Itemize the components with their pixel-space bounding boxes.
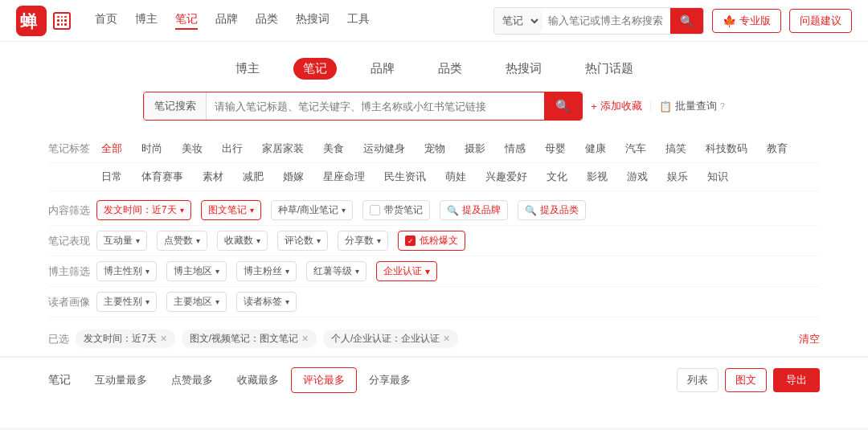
selected-post-time: 发文时间：近7天 ✕ xyxy=(76,330,175,348)
tag-education[interactable]: 教育 xyxy=(762,140,792,158)
enterprise-cert-chip[interactable]: 企业认证 ▾ xyxy=(376,261,437,281)
nav-notes[interactable]: 笔记 xyxy=(175,12,198,30)
blogger-gender-chip[interactable]: 博主性别 ▾ xyxy=(96,261,157,281)
tag-health[interactable]: 健康 xyxy=(580,140,611,158)
post-time-chip[interactable]: 发文时间：近7天 ▾ xyxy=(96,200,191,220)
header-search-type[interactable]: 笔记 xyxy=(494,8,541,34)
tag-material[interactable]: 素材 xyxy=(198,168,228,186)
tag-wedding[interactable]: 婚嫁 xyxy=(278,168,309,186)
tag-tech[interactable]: 科技数码 xyxy=(701,140,752,158)
remove-cert-type[interactable]: ✕ xyxy=(443,334,450,344)
note-type-chip[interactable]: 图文笔记 ▾ xyxy=(201,200,261,220)
reader-gender-chip[interactable]: 主要性别 ▾ xyxy=(96,292,157,312)
tab-notes[interactable]: 笔记 xyxy=(293,58,337,80)
content-filter-chips: 发文时间：近7天 ▾ 图文笔记 ▾ 种草/商业笔记 ▾ 带货笔记 🔍 提 xyxy=(96,200,586,220)
tag-games[interactable]: 游戏 xyxy=(622,168,653,186)
reader-region-chip[interactable]: 主要地区 ▾ xyxy=(166,292,227,312)
pro-version-button[interactable]: 🍁 专业版 xyxy=(712,9,781,33)
low-follower-viral-chip[interactable]: ✓ 低粉爆文 xyxy=(398,231,465,251)
mention-brand-chip[interactable]: 🔍 提及品牌 xyxy=(440,200,508,220)
shares-chip[interactable]: 分享数 ▾ xyxy=(338,231,388,251)
nav-blogger[interactable]: 博主 xyxy=(135,12,158,30)
tag-parenting[interactable]: 母婴 xyxy=(540,140,571,158)
tag-hobbies[interactable]: 兴趣爱好 xyxy=(481,168,532,186)
bottom-notes-label: 笔记 xyxy=(48,373,71,387)
nav-tools[interactable]: 工具 xyxy=(347,12,370,30)
reader-tags-chip[interactable]: 读者标签 ▾ xyxy=(236,292,297,312)
tag-film[interactable]: 影视 xyxy=(582,168,612,186)
blogger-filter-chips: 博主性别 ▾ 博主地区 ▾ 博主粉丝 ▾ 红薯等级 ▾ 企业认证 ▾ xyxy=(96,261,437,281)
tag-photo[interactable]: 摄影 xyxy=(460,140,490,158)
tag-fashion[interactable]: 时尚 xyxy=(137,140,167,158)
comments-chip[interactable]: 评论数 ▾ xyxy=(277,231,328,251)
content-filter-label: 内容筛选 xyxy=(48,203,96,218)
logo-icon: 蝉 xyxy=(16,6,47,36)
nav-brand[interactable]: 品牌 xyxy=(215,12,238,30)
header: 蝉 首页 博主 笔记 品牌 品类 热搜词 工具 笔记 🔍 🍁 专业版 问题建议 xyxy=(0,0,868,42)
tag-astrology[interactable]: 星座命理 xyxy=(318,168,370,186)
tag-home[interactable]: 家居家装 xyxy=(257,140,309,158)
blogger-region-chip[interactable]: 博主地区 ▾ xyxy=(166,261,227,281)
sort-interaction[interactable]: 互动量最多 xyxy=(83,367,159,393)
nav-hot-search[interactable]: 热搜词 xyxy=(296,12,330,30)
tab-blogger[interactable]: 博主 xyxy=(226,58,269,80)
tag-food[interactable]: 美食 xyxy=(318,140,349,158)
tag-news[interactable]: 民生资讯 xyxy=(379,168,431,186)
red-potato-level-chip[interactable]: 红薯等级 ▾ xyxy=(306,261,366,281)
clear-filters-button[interactable]: 清空 xyxy=(799,332,820,346)
remove-note-type[interactable]: ✕ xyxy=(301,334,309,344)
nav-category[interactable]: 品类 xyxy=(256,12,278,30)
tag-pets[interactable]: 宠物 xyxy=(420,140,450,158)
remove-post-time[interactable]: ✕ xyxy=(160,334,167,344)
batch-query-button[interactable]: 📋 批量查询 ? xyxy=(659,99,725,113)
note-tags-list: 全部 时尚 美妆 出行 家居家装 美食 运动健身 宠物 摄影 情感 母婴 健康 … xyxy=(96,140,792,158)
sort-likes[interactable]: 点赞最多 xyxy=(159,367,225,393)
note-tags-label: 笔记标签 xyxy=(48,141,96,156)
interaction-chip[interactable]: 互动量 ▾ xyxy=(96,231,147,251)
header-search-input[interactable] xyxy=(542,8,670,34)
export-button[interactable]: 导出 xyxy=(773,368,820,392)
sort-comments[interactable]: 评论最多 xyxy=(291,367,357,393)
svg-text:蝉: 蝉 xyxy=(20,11,38,31)
sort-shares[interactable]: 分享最多 xyxy=(357,367,423,393)
low-follower-viral-checkbox: ✓ xyxy=(405,235,416,246)
tag-auto[interactable]: 汽车 xyxy=(620,140,651,158)
bottom-sort-bar: 笔记 互动量最多 点赞最多 收藏最多 评论最多 分享最多 列表 图文 导出 xyxy=(0,356,868,403)
tag-all[interactable]: 全部 xyxy=(96,140,127,158)
nav-home[interactable]: 首页 xyxy=(95,12,117,30)
mention-category-chip[interactable]: 🔍 提及品类 xyxy=(518,200,586,220)
product-note-chip[interactable]: 带货笔记 xyxy=(362,200,430,220)
view-image-button[interactable]: 图文 xyxy=(725,368,767,392)
likes-chip[interactable]: 点赞数 ▾ xyxy=(157,231,207,251)
favorites-chip[interactable]: 收藏数 ▾ xyxy=(217,231,268,251)
tab-hot-search[interactable]: 热搜词 xyxy=(496,58,551,80)
tag-beauty[interactable]: 美妆 xyxy=(177,140,207,158)
selected-label: 已选 xyxy=(48,332,69,346)
tag-culture[interactable]: 文化 xyxy=(542,168,572,186)
tab-brand[interactable]: 品牌 xyxy=(361,58,404,80)
main-search-button[interactable]: 🔍 xyxy=(544,92,582,121)
grid-icon[interactable] xyxy=(53,12,71,30)
tag-cute-kids[interactable]: 萌娃 xyxy=(440,168,471,186)
tag-fitness[interactable]: 运动健身 xyxy=(358,140,410,158)
blogger-fans-chip[interactable]: 博主粉丝 ▾ xyxy=(236,261,297,281)
tag-weightloss[interactable]: 减肥 xyxy=(238,168,268,186)
note-perf-chips: 互动量 ▾ 点赞数 ▾ 收藏数 ▾ 评论数 ▾ 分享数 ▾ xyxy=(96,231,465,251)
tag-sports-events[interactable]: 体育赛事 xyxy=(137,168,188,186)
header-search-button[interactable]: 🔍 xyxy=(670,7,703,35)
main-search-input[interactable] xyxy=(207,92,544,121)
tag-travel[interactable]: 出行 xyxy=(217,140,248,158)
tag-funny[interactable]: 搞笑 xyxy=(661,140,691,158)
add-collect-button[interactable]: + 添加收藏 xyxy=(591,99,642,113)
feedback-button[interactable]: 问题建议 xyxy=(789,9,852,33)
tag-knowledge[interactable]: 知识 xyxy=(702,168,733,186)
tag-daily[interactable]: 日常 xyxy=(96,168,127,186)
sort-favorites[interactable]: 收藏最多 xyxy=(225,367,291,393)
tab-category[interactable]: 品类 xyxy=(428,58,472,80)
tag-emotion[interactable]: 情感 xyxy=(500,140,530,158)
tab-hot-topics[interactable]: 热门话题 xyxy=(575,58,643,80)
view-list-button[interactable]: 列表 xyxy=(677,368,719,392)
tag-entertainment[interactable]: 娱乐 xyxy=(662,168,693,186)
blogger-filter-row: 博主筛选 博主性别 ▾ 博主地区 ▾ 博主粉丝 ▾ 红薯等级 ▾ xyxy=(48,256,820,287)
commercial-note-chip[interactable]: 种草/商业笔记 ▾ xyxy=(271,200,353,220)
